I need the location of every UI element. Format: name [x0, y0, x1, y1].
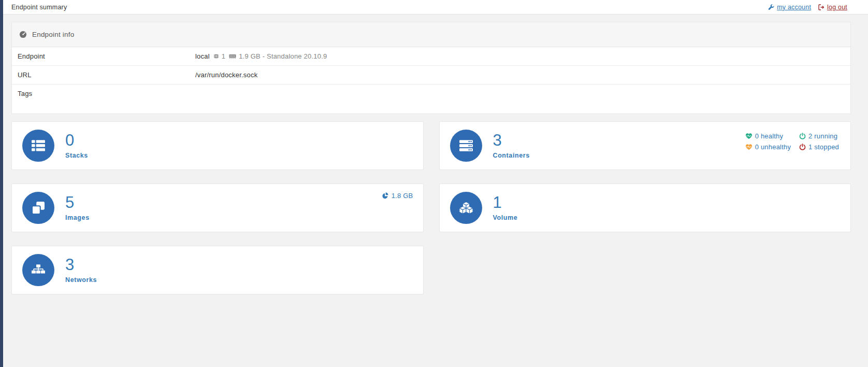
dashboard-grid: 0 Stacks — [11, 121, 851, 294]
networks-card[interactable]: 3 Networks — [11, 246, 424, 294]
unhealthy-text: 0 unhealthy — [755, 143, 791, 151]
memory-icon — [229, 54, 236, 59]
containers-card[interactable]: 3 Containers 0 healthy — [439, 121, 851, 170]
networks-label: Networks — [65, 276, 97, 284]
endpoint-memory: 1.9 GB - Standalone 20.10.9 — [229, 52, 327, 60]
running-text: 2 running — [808, 132, 837, 140]
containers-text: 3 Containers — [493, 132, 530, 159]
heartbeat-warning-icon — [745, 144, 753, 150]
volume-card[interactable]: 1 Volume — [439, 184, 851, 232]
volume-count: 1 — [493, 194, 518, 210]
endpoint-info-title: Endpoint info — [32, 31, 74, 38]
wrench-icon — [768, 4, 774, 10]
stopped-stat: 1 stopped — [799, 143, 839, 151]
networks-count: 3 — [65, 257, 97, 273]
endpoint-row-label: Endpoint — [18, 52, 195, 60]
pie-chart-icon — [382, 192, 388, 199]
volume-circle — [450, 192, 482, 224]
log-out-label: log out — [827, 4, 847, 11]
endpoint-name: local — [195, 52, 210, 60]
stopped-text: 1 stopped — [808, 143, 839, 151]
log-out-link[interactable]: log out — [818, 4, 847, 11]
endpoint-cpu: 1 — [213, 52, 225, 60]
images-circle — [22, 192, 54, 224]
unhealthy-stat: 0 unhealthy — [745, 143, 791, 151]
images-size-badge: 1.8 GB — [382, 192, 413, 200]
containers-count: 3 — [493, 132, 530, 148]
images-count: 5 — [65, 194, 90, 210]
tags-row-label: Tags — [18, 90, 195, 97]
container-stats: 0 healthy 2 running — [745, 132, 839, 151]
my-account-label: my account — [777, 4, 811, 11]
url-row-label: URL — [18, 71, 195, 79]
stacks-card[interactable]: 0 Stacks — [11, 121, 424, 170]
endpoint-cpu-count: 1 — [222, 52, 225, 60]
images-label: Images — [65, 214, 90, 221]
images-text: 5 Images — [65, 194, 90, 221]
volume-label: Volume — [493, 214, 518, 221]
page-title: Endpoint summary — [11, 4, 67, 11]
images-size-text: 1.8 GB — [392, 192, 413, 200]
images-card[interactable]: 5 Images 1.8 GB — [11, 184, 424, 232]
main-content: Endpoint info Endpoint local 1 — [11, 22, 851, 294]
networks-circle — [22, 254, 54, 286]
endpoint-info-header: Endpoint info — [12, 22, 850, 47]
endpoint-info-widget: Endpoint info Endpoint local 1 — [11, 22, 851, 114]
volume-text: 1 Volume — [493, 194, 518, 221]
running-stat: 2 running — [799, 132, 839, 140]
healthy-stat: 0 healthy — [745, 132, 791, 140]
sidebar-edge — [0, 0, 3, 367]
power-on-icon — [799, 133, 806, 139]
cubes-icon — [459, 202, 473, 214]
microchip-icon — [213, 53, 219, 59]
stacks-text: 0 Stacks — [65, 132, 88, 159]
stacks-label: Stacks — [65, 152, 88, 159]
clone-icon — [32, 202, 45, 214]
th-list-icon — [32, 140, 45, 151]
my-account-link[interactable]: my account — [768, 4, 811, 11]
sign-out-icon — [818, 4, 824, 10]
top-header: Endpoint summary my account log out — [3, 0, 868, 15]
endpoint-row-value: local 1 — [195, 52, 327, 60]
endpoint-row: Endpoint local 1 — [12, 47, 850, 65]
server-icon — [459, 140, 473, 151]
heartbeat-icon — [745, 133, 753, 139]
tags-row: Tags — [12, 84, 850, 114]
url-row-value: /var/run/docker.sock — [195, 71, 257, 79]
containers-circle — [450, 130, 482, 162]
sitemap-icon — [32, 264, 45, 276]
stacks-circle — [22, 130, 54, 162]
power-off-icon — [799, 144, 806, 150]
gauge-icon — [19, 31, 27, 38]
stacks-count: 0 — [65, 132, 88, 148]
networks-text: 3 Networks — [65, 257, 97, 284]
url-row: URL /var/run/docker.sock — [12, 65, 850, 84]
containers-label: Containers — [493, 152, 530, 159]
user-links: my account log out — [768, 4, 847, 11]
healthy-text: 0 healthy — [755, 132, 784, 140]
endpoint-memory-text: 1.9 GB - Standalone 20.10.9 — [239, 52, 327, 60]
